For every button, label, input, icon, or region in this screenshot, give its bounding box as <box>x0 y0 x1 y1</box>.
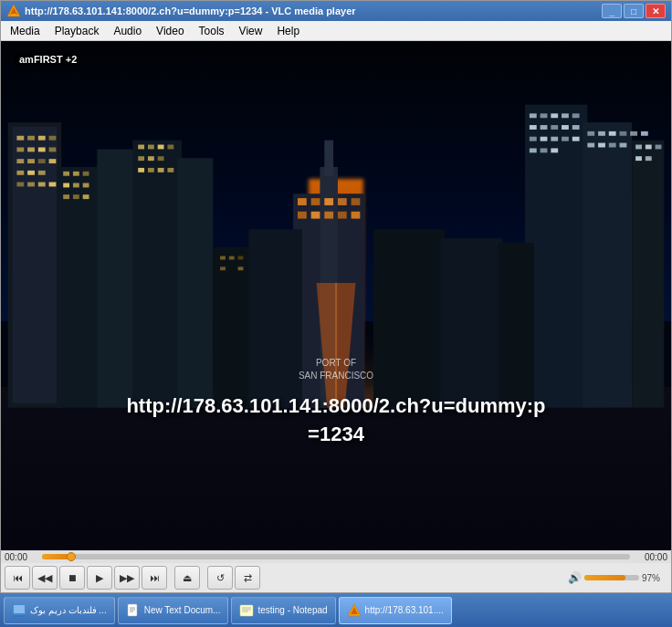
menu-view[interactable]: View <box>232 22 270 40</box>
time-total: 00:00 <box>635 552 667 562</box>
menu-tools[interactable]: Tools <box>192 22 232 40</box>
task-1-label: فلندبات دریم بوک ... <box>30 605 107 615</box>
scene-location-text: PORT OF SAN FRANCISCO <box>299 357 373 382</box>
shuffle-button[interactable]: ⇄ <box>235 566 260 590</box>
maximize-button[interactable]: □ <box>624 4 644 18</box>
vlc-icon <box>6 4 21 18</box>
rewind-button[interactable]: ◀◀ <box>32 566 58 590</box>
task-2-label: New Text Docum... <box>144 605 221 615</box>
seek-bar[interactable] <box>42 554 630 559</box>
controls-area: 00:00 00:00 ⏮ ◀◀ ⏹ ▶ ▶▶ ⏭ ⏏ ↺ ⇄ 🔊 <box>1 550 671 592</box>
seek-thumb <box>67 552 76 561</box>
volume-area: 🔊 97% <box>568 571 667 584</box>
volume-percent: 97% <box>642 573 667 583</box>
minimize-button[interactable]: _ <box>602 4 622 18</box>
menu-audio[interactable]: Audio <box>106 22 149 40</box>
seek-bar-container: 00:00 00:00 <box>1 550 671 563</box>
play-button[interactable]: ▶ <box>87 566 112 590</box>
svg-rect-117 <box>240 605 253 616</box>
channel-logo: amFIRST +2 <box>15 52 81 67</box>
fastforward-button[interactable]: ▶▶ <box>114 566 140 590</box>
task-4-icon <box>347 603 362 618</box>
menu-media[interactable]: Media <box>3 22 47 40</box>
playback-controls: ⏮ ◀◀ ⏹ ▶ ▶▶ ⏭ ⏏ ↺ ⇄ 🔊 97% <box>1 563 671 592</box>
taskbar: فلندبات دریم بوک ... New Text Docum... t… <box>0 593 672 627</box>
vlc-window: http://178.63.101.141:8000/2.ch?u=dummy:… <box>0 0 672 593</box>
task-3-label: testing - Notepad <box>257 605 327 615</box>
volume-fill <box>584 575 625 580</box>
task-btn-2[interactable]: New Text Docum... <box>118 597 229 624</box>
svg-rect-111 <box>14 605 25 613</box>
svg-rect-112 <box>13 615 26 617</box>
task-4-label: http://178.63.101.... <box>365 605 444 615</box>
stop-button[interactable]: ⏹ <box>59 566 85 590</box>
video-url-overlay: http://178.63.101.141:8000/2.ch?u=dummy:… <box>1 392 671 449</box>
menu-video[interactable]: Video <box>149 22 191 40</box>
menu-playback[interactable]: Playback <box>47 22 107 40</box>
svg-rect-113 <box>128 604 137 616</box>
eject-button[interactable]: ⏏ <box>174 566 200 590</box>
time-current: 00:00 <box>5 552 37 562</box>
window-title: http://178.63.101.141:8000/2.ch?u=dummy:… <box>25 5 602 16</box>
volume-icon: 🔊 <box>568 571 582 584</box>
next-button[interactable]: ⏭ <box>142 566 167 590</box>
close-button[interactable]: ✕ <box>646 4 666 18</box>
task-2-icon <box>126 603 141 618</box>
task-1-icon <box>12 603 26 618</box>
window-controls: _ □ ✕ <box>602 4 666 18</box>
task-btn-4[interactable]: http://178.63.101.... <box>339 597 452 624</box>
task-3-icon <box>239 603 254 618</box>
title-bar: http://178.63.101.141:8000/2.ch?u=dummy:… <box>1 1 671 21</box>
loop-button[interactable]: ↺ <box>207 566 233 590</box>
svg-rect-2 <box>12 14 16 16</box>
volume-bar[interactable] <box>584 575 639 580</box>
video-scene: amFIRST +2 PORT OF SAN FRANCISCO http://… <box>1 41 671 550</box>
menu-help[interactable]: Help <box>269 22 307 40</box>
video-area[interactable]: amFIRST +2 PORT OF SAN FRANCISCO http://… <box>1 41 671 550</box>
task-btn-1[interactable]: فلندبات دریم بوک ... <box>4 597 115 624</box>
prev-button[interactable]: ⏮ <box>5 566 30 590</box>
menu-bar: Media Playback Audio Video Tools View He… <box>1 21 671 41</box>
task-btn-3[interactable]: testing - Notepad <box>231 597 335 624</box>
